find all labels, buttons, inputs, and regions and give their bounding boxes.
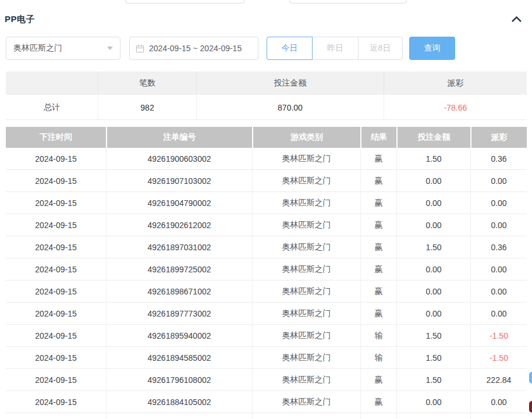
cell-game-category: 奥林匹斯之门 — [252, 192, 360, 214]
cell-game-category: 奥林匹斯之门 — [252, 369, 360, 390]
cell-game-category: 奥林匹斯之门 — [252, 214, 360, 236]
query-button[interactable]: 查询 — [409, 37, 455, 60]
cell-payout: 0.00 — [470, 280, 527, 302]
caret-down-icon — [107, 47, 113, 50]
table-row: 2024-09-15 49261897773002 奥林匹斯之门 赢 0.00 … — [6, 303, 527, 325]
filter-bar: 奥林匹斯之门 2024-09-15 ~ 2024-09-15 今日 昨日 近8日… — [6, 37, 455, 60]
cell-bet-amount: 0.00 — [396, 258, 470, 280]
main-table-body: 2024-09-15 49261900603002 奥林匹斯之门 赢 1.50 … — [6, 148, 527, 413]
range-yesterday-button[interactable]: 昨日 — [312, 37, 359, 60]
cell-game-category: 奥林匹斯之门 — [252, 280, 360, 302]
bet-table-header: 下注时间 注单编号 游戏类别 结果 投注金额 派彩 — [6, 127, 527, 148]
cell-result: 赢 — [360, 236, 396, 258]
cell-result: 赢 — [360, 258, 396, 280]
cell-bet-time: 2024-09-15 — [6, 192, 106, 214]
cell-bet-amount: 1.50 — [396, 347, 470, 368]
cell-bet-amount: 1.50 — [396, 325, 470, 346]
cutoff-input-left[interactable] — [125, 0, 244, 3]
cell-bet-time: 2024-09-15 — [6, 391, 106, 413]
cell-order-id: 49261900603002 — [106, 148, 252, 169]
table-row: 2024-09-15 49261902612002 奥林匹斯之门 赢 0.00 … — [6, 214, 527, 236]
cell-order-id: 49261907103002 — [106, 170, 252, 191]
summary-header-count: 笔数 — [98, 72, 196, 95]
cell-order-id: 49261895940002 — [106, 325, 252, 346]
summary-table-header: 笔数 投注金额 派彩 — [6, 72, 527, 95]
summary-table: 笔数 投注金额 派彩 总计 982 870.00 -78.66 — [6, 72, 527, 120]
table-row: 2024-09-15 49261900603002 奥林匹斯之门 赢 1.50 … — [6, 148, 527, 170]
cell-bet-time: 2024-09-15 — [6, 369, 106, 390]
cell-game-category: 奥林匹斯之门 — [252, 170, 360, 191]
cell-order-id: 49261904790002 — [106, 192, 252, 214]
summary-header-bet-amount: 投注金额 — [196, 72, 384, 95]
cell-game-category: 奥林匹斯之门 — [252, 258, 360, 280]
cell-game-category: 奥林匹斯之门 — [252, 236, 360, 258]
cell-bet-amount: 0.00 — [396, 170, 470, 191]
cell-payout: 0.00 — [470, 258, 527, 280]
cell-game-category: 奥林匹斯之门 — [252, 347, 360, 368]
page-title: PP电子 — [5, 14, 35, 25]
range-today-button[interactable]: 今日 — [267, 37, 313, 60]
cell-bet-amount: 1.50 — [396, 369, 470, 390]
game-select[interactable]: 奥林匹斯之门 — [6, 37, 120, 60]
table-row: 2024-09-15 49261897031002 奥林匹斯之门 赢 1.50 … — [6, 236, 527, 258]
calendar-icon — [136, 44, 144, 53]
cell-payout: 0.36 — [470, 148, 527, 169]
cell-bet-amount: 0.00 — [396, 192, 470, 214]
floating-widget-blue[interactable] — [529, 372, 532, 384]
range-last8days-button[interactable]: 近8日 — [358, 37, 403, 60]
table-row: 2024-09-15 49261898671002 奥林匹斯之门 赢 0.00 … — [6, 280, 527, 303]
cell-game-category: 奥林匹斯之门 — [252, 391, 360, 413]
cell-order-id: 49261899725002 — [106, 258, 252, 280]
cell-payout: -1.50 — [470, 325, 527, 346]
summary-total-row: 总计 982 870.00 -78.66 — [6, 96, 527, 120]
cell-order-id: 49261796108002 — [106, 369, 252, 390]
chevron-up-icon — [511, 16, 522, 23]
cell-bet-time: 2024-09-15 — [6, 214, 106, 236]
bet-records-table: 下注时间 注单编号 游戏类别 结果 投注金额 派彩 2024-09-15 492… — [6, 127, 527, 419]
date-range-input[interactable]: 2024-09-15 ~ 2024-09-15 — [129, 37, 258, 60]
cell-order-id: 49261884105002 — [106, 391, 252, 413]
cell-bet-time: 2024-09-15 — [6, 303, 106, 324]
cell-bet-time: 2024-09-15 — [6, 325, 106, 346]
cell-bet-time: 2024-09-15 — [6, 347, 106, 368]
cell-payout: -1.50 — [470, 347, 527, 368]
cell-payout: 0.00 — [470, 303, 527, 324]
floating-widget-red[interactable] — [529, 401, 532, 413]
cell-bet-amount: 0.00 — [396, 391, 470, 413]
cell-result: 输 — [360, 347, 396, 368]
game-select-value: 奥林匹斯之门 — [13, 43, 62, 54]
table-row: 2024-09-15 49261899725002 奥林匹斯之门 赢 0.00 … — [6, 258, 527, 280]
cell-result: 赢 — [360, 391, 396, 413]
header-game-category: 游戏类别 — [252, 127, 360, 148]
cutoff-input-right[interactable] — [289, 0, 407, 3]
cell-payout: 222.84 — [470, 369, 527, 390]
header-bet-amount: 投注金额 — [396, 127, 470, 148]
cell-result: 赢 — [360, 148, 396, 169]
cell-payout: 0.00 — [470, 170, 527, 191]
cell-result: 赢 — [360, 303, 396, 324]
cell-result: 赢 — [360, 192, 396, 214]
cell-game-category: 奥林匹斯之门 — [252, 148, 360, 169]
cell-bet-amount: 1.50 — [396, 148, 470, 169]
cell-payout: 0.00 — [470, 214, 527, 236]
table-row: 2024-09-15 49261904790002 奥林匹斯之门 赢 0.00 … — [6, 192, 527, 214]
cell-order-id: 49261898671002 — [106, 280, 252, 302]
quick-range-group: 今日 昨日 近8日 — [267, 37, 403, 60]
cell-order-id: 49261894585002 — [106, 347, 252, 368]
cell-order-id: 49261902612002 — [106, 214, 252, 236]
cell-bet-time: 2024-09-15 — [6, 258, 106, 280]
header-order-id: 注单编号 — [106, 127, 252, 148]
collapse-panel-button[interactable] — [510, 15, 523, 24]
header-payout: 派彩 — [470, 127, 527, 148]
table-row: 2024-09-15 49261796108002 奥林匹斯之门 赢 1.50 … — [6, 369, 527, 391]
cell-game-category: 奥林匹斯之门 — [252, 303, 360, 324]
cell-result: 赢 — [360, 369, 396, 390]
summary-count-value: 982 — [98, 96, 196, 119]
table-row: 2024-09-15 49261894585002 奥林匹斯之门 输 1.50 … — [6, 347, 527, 369]
cell-bet-amount: 0.00 — [396, 280, 470, 302]
summary-header-blank — [6, 72, 98, 95]
cell-result: 输 — [360, 325, 396, 346]
cell-result: 赢 — [360, 280, 396, 302]
cell-bet-time: 2024-09-15 — [6, 236, 106, 258]
date-range-value: 2024-09-15 ~ 2024-09-15 — [149, 44, 242, 53]
